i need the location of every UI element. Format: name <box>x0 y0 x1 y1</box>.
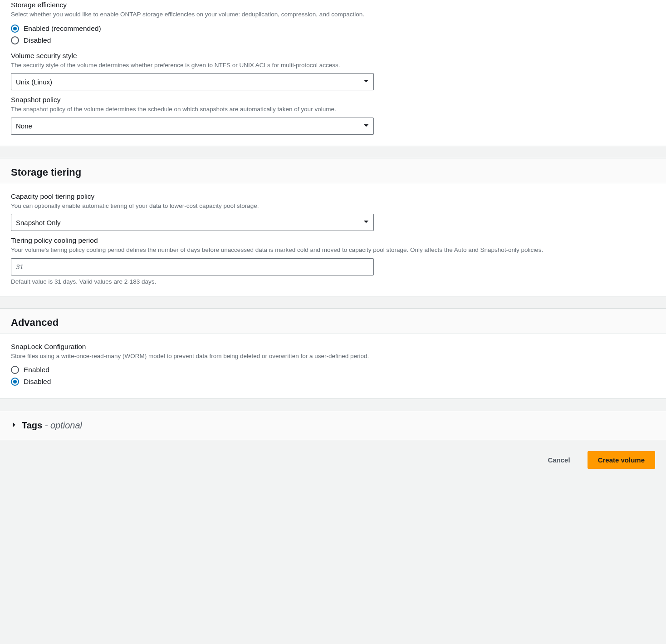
caret-right-icon <box>11 422 17 429</box>
radio-icon <box>11 378 19 386</box>
advanced-panel: Advanced SnapLock Configuration Store fi… <box>0 308 666 399</box>
storage-efficiency-enabled-radio[interactable]: Enabled (recommended) <box>11 23 101 34</box>
select-value: None <box>16 122 32 130</box>
footer: Cancel Create volume <box>0 440 666 469</box>
cooling-period-input[interactable] <box>11 258 374 275</box>
snaplock-desc: Store files using a write-once-read-many… <box>11 352 655 361</box>
snapshot-policy-label: Snapshot policy <box>11 96 655 104</box>
snaplock-label: SnapLock Configuration <box>11 343 655 351</box>
radio-icon <box>11 25 19 33</box>
select-value: Snapshot Only <box>16 219 60 226</box>
volume-security-label: Volume security style <box>11 52 655 60</box>
radio-label: Enabled <box>24 366 49 374</box>
snapshot-policy-field: Snapshot policy The snapshot policy of t… <box>11 96 655 135</box>
storage-efficiency-disabled-radio[interactable]: Disabled <box>11 34 51 46</box>
radio-label: Disabled <box>24 378 51 386</box>
capacity-policy-label: Capacity pool tiering policy <box>11 192 655 201</box>
advanced-heading: Advanced <box>11 317 655 329</box>
capacity-policy-desc: You can optionally enable automatic tier… <box>11 202 655 211</box>
create-volume-button[interactable]: Create volume <box>588 451 655 469</box>
storage-efficiency-panel: Storage efficiency Select whether you wo… <box>0 0 666 146</box>
storage-efficiency-field: Storage efficiency Select whether you wo… <box>11 1 655 46</box>
volume-security-select[interactable]: Unix (Linux) <box>11 73 374 90</box>
advanced-header: Advanced <box>0 309 666 334</box>
snaplock-field: SnapLock Configuration Store files using… <box>11 343 655 388</box>
tags-title: Tags <box>22 420 42 430</box>
cooling-period-hint: Default value is 31 days. Valid values a… <box>11 278 655 285</box>
capacity-policy-field: Capacity pool tiering policy You can opt… <box>11 192 655 231</box>
radio-label: Disabled <box>24 36 51 44</box>
snaplock-enabled-radio[interactable]: Enabled <box>11 364 49 376</box>
cooling-period-desc: Your volume's tiering policy cooling per… <box>11 246 655 255</box>
cooling-period-field: Tiering policy cooling period Your volum… <box>11 236 655 285</box>
storage-efficiency-label: Storage efficiency <box>11 1 655 9</box>
volume-security-field: Volume security style The security style… <box>11 52 655 91</box>
select-value: Unix (Linux) <box>16 78 52 86</box>
snapshot-policy-select[interactable]: None <box>11 118 374 135</box>
tags-suffix: - optional <box>42 420 82 430</box>
volume-security-desc: The security style of the volume determi… <box>11 61 655 70</box>
radio-icon <box>11 366 19 374</box>
storage-tiering-heading: Storage tiering <box>11 167 655 178</box>
snapshot-policy-desc: The snapshot policy of the volume determ… <box>11 105 655 114</box>
storage-tiering-header: Storage tiering <box>0 158 666 183</box>
snaplock-disabled-radio[interactable]: Disabled <box>11 376 51 388</box>
capacity-policy-select[interactable]: Snapshot Only <box>11 214 374 231</box>
storage-tiering-panel: Storage tiering Capacity pool tiering po… <box>0 158 666 296</box>
radio-icon <box>11 36 19 44</box>
storage-efficiency-desc: Select whether you would like to enable … <box>11 10 655 19</box>
radio-label: Enabled (recommended) <box>24 25 101 33</box>
cancel-button[interactable]: Cancel <box>538 452 580 468</box>
tags-expander[interactable]: Tags - optional <box>0 411 666 440</box>
cooling-period-label: Tiering policy cooling period <box>11 236 655 245</box>
